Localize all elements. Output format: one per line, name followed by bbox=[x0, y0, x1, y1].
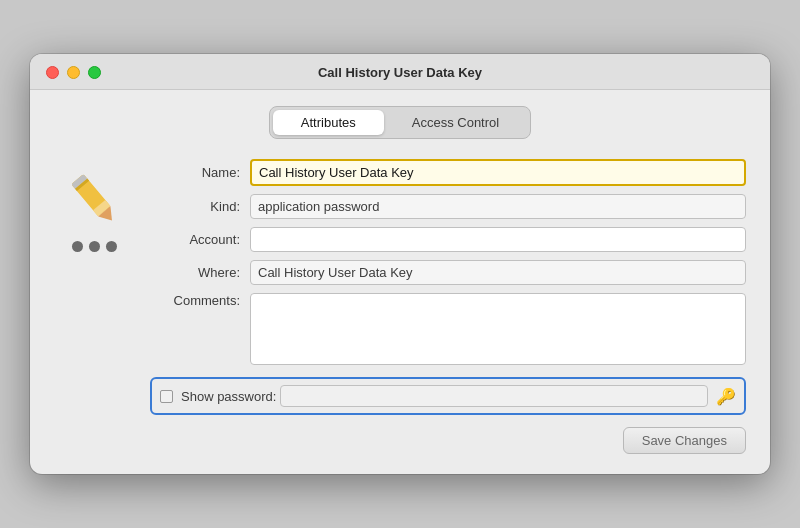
save-changes-button[interactable]: Save Changes bbox=[623, 427, 746, 454]
tab-access-control[interactable]: Access Control bbox=[384, 110, 527, 135]
tab-attributes[interactable]: Attributes bbox=[273, 110, 384, 135]
pencil-icon bbox=[64, 169, 124, 229]
where-input[interactable] bbox=[250, 260, 746, 285]
icon-area bbox=[54, 159, 134, 454]
dot-2 bbox=[89, 241, 100, 252]
password-section: Show password: 🔑 bbox=[150, 377, 746, 415]
dots-row bbox=[72, 241, 117, 252]
kind-label: Kind: bbox=[150, 199, 240, 214]
dot-1 bbox=[72, 241, 83, 252]
main-window: Call History User Data Key Attributes Ac… bbox=[30, 54, 770, 474]
content-area: Attributes Access Control bbox=[30, 90, 770, 474]
kind-input[interactable] bbox=[250, 194, 746, 219]
comments-input[interactable] bbox=[250, 293, 746, 365]
password-input[interactable] bbox=[280, 385, 708, 407]
maximize-button[interactable] bbox=[88, 66, 101, 79]
password-input-area: 🔑 bbox=[280, 385, 736, 407]
minimize-button[interactable] bbox=[67, 66, 80, 79]
tab-bar: Attributes Access Control bbox=[54, 106, 746, 139]
name-label: Name: bbox=[150, 165, 240, 180]
show-password-checkbox[interactable] bbox=[160, 390, 173, 403]
where-label: Where: bbox=[150, 265, 240, 280]
show-password-label: Show password: bbox=[181, 389, 276, 404]
where-row: Where: bbox=[150, 260, 746, 285]
window-title: Call History User Data Key bbox=[30, 65, 770, 80]
kind-row: Kind: bbox=[150, 194, 746, 219]
main-area: Name: Kind: Account: Where: bbox=[54, 159, 746, 454]
tab-group: Attributes Access Control bbox=[269, 106, 531, 139]
comments-label: Comments: bbox=[150, 293, 240, 308]
bottom-row: Save Changes bbox=[150, 427, 746, 454]
name-row: Name: bbox=[150, 159, 746, 186]
account-input[interactable] bbox=[250, 227, 746, 252]
comments-row: Comments: bbox=[150, 293, 746, 365]
titlebar: Call History User Data Key bbox=[30, 54, 770, 90]
account-label: Account: bbox=[150, 232, 240, 247]
close-button[interactable] bbox=[46, 66, 59, 79]
form-area: Name: Kind: Account: Where: bbox=[150, 159, 746, 454]
name-input[interactable] bbox=[250, 159, 746, 186]
dot-3 bbox=[106, 241, 117, 252]
key-icon: 🔑 bbox=[716, 387, 736, 406]
password-row: Show password: 🔑 bbox=[150, 377, 746, 415]
traffic-lights bbox=[46, 66, 101, 79]
account-row: Account: bbox=[150, 227, 746, 252]
